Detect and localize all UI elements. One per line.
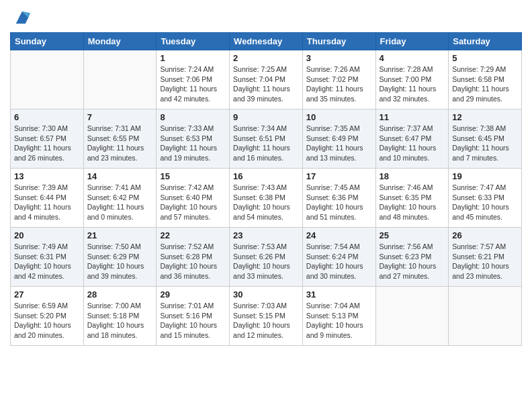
day-info: Sunrise: 7:24 AM Sunset: 7:06 PM Dayligh… bbox=[160, 64, 226, 104]
day-info: Sunrise: 7:47 AM Sunset: 6:33 PM Dayligh… bbox=[452, 183, 518, 222]
calendar-cell: 17Sunrise: 7:45 AM Sunset: 6:36 PM Dayli… bbox=[302, 169, 375, 228]
day-number: 25 bbox=[380, 230, 445, 240]
day-number: 3 bbox=[306, 53, 372, 63]
day-number: 19 bbox=[452, 171, 518, 181]
day-info: Sunrise: 7:41 AM Sunset: 6:42 PM Dayligh… bbox=[87, 183, 153, 222]
day-info: Sunrise: 7:28 AM Sunset: 7:00 PM Dayligh… bbox=[380, 64, 445, 104]
day-number: 23 bbox=[233, 230, 299, 240]
day-info: Sunrise: 7:31 AM Sunset: 6:55 PM Dayligh… bbox=[87, 124, 153, 163]
day-info: Sunrise: 7:46 AM Sunset: 6:35 PM Dayligh… bbox=[380, 183, 445, 222]
day-number: 13 bbox=[14, 171, 80, 181]
calendar-week-row: 6Sunrise: 7:30 AM Sunset: 6:57 PM Daylig… bbox=[11, 109, 522, 169]
day-number: 31 bbox=[306, 289, 372, 300]
calendar-cell: 18Sunrise: 7:46 AM Sunset: 6:35 PM Dayli… bbox=[375, 169, 449, 228]
calendar-header-row: SundayMondayTuesdayWednesdayThursdayFrid… bbox=[11, 33, 522, 50]
day-number: 9 bbox=[233, 112, 299, 122]
day-number: 27 bbox=[14, 289, 80, 300]
calendar-cell: 5Sunrise: 7:29 AM Sunset: 6:58 PM Daylig… bbox=[449, 50, 522, 109]
day-number: 6 bbox=[14, 112, 80, 122]
day-header-saturday: Saturday bbox=[449, 33, 522, 50]
day-header-thursday: Thursday bbox=[302, 33, 375, 50]
day-header-sunday: Sunday bbox=[11, 33, 84, 50]
calendar-cell bbox=[375, 287, 449, 346]
logo bbox=[10, 9, 32, 27]
header bbox=[10, 7, 522, 27]
calendar-cell: 6Sunrise: 7:30 AM Sunset: 6:57 PM Daylig… bbox=[11, 109, 84, 169]
calendar-week-row: 1Sunrise: 7:24 AM Sunset: 7:06 PM Daylig… bbox=[11, 50, 522, 109]
day-info: Sunrise: 7:45 AM Sunset: 6:36 PM Dayligh… bbox=[306, 183, 372, 222]
calendar-cell: 9Sunrise: 7:34 AM Sunset: 6:51 PM Daylig… bbox=[230, 109, 303, 169]
calendar-cell: 19Sunrise: 7:47 AM Sunset: 6:33 PM Dayli… bbox=[449, 169, 522, 228]
day-number: 24 bbox=[306, 230, 372, 240]
calendar-cell: 12Sunrise: 7:38 AM Sunset: 6:45 PM Dayli… bbox=[449, 109, 522, 169]
calendar-cell: 24Sunrise: 7:54 AM Sunset: 6:24 PM Dayli… bbox=[302, 228, 375, 287]
day-info: Sunrise: 7:35 AM Sunset: 6:49 PM Dayligh… bbox=[306, 124, 372, 163]
day-number: 17 bbox=[306, 171, 372, 181]
day-number: 7 bbox=[87, 112, 153, 122]
calendar-cell: 20Sunrise: 7:49 AM Sunset: 6:31 PM Dayli… bbox=[11, 228, 84, 287]
calendar-week-row: 20Sunrise: 7:49 AM Sunset: 6:31 PM Dayli… bbox=[11, 228, 522, 287]
calendar-page: SundayMondayTuesdayWednesdayThursdayFrid… bbox=[0, 0, 532, 411]
calendar-table: SundayMondayTuesdayWednesdayThursdayFrid… bbox=[10, 32, 522, 346]
calendar-cell: 11Sunrise: 7:37 AM Sunset: 6:47 PM Dayli… bbox=[375, 109, 449, 169]
day-info: Sunrise: 7:52 AM Sunset: 6:28 PM Dayligh… bbox=[160, 242, 226, 281]
calendar-cell: 14Sunrise: 7:41 AM Sunset: 6:42 PM Dayli… bbox=[83, 169, 157, 228]
day-info: Sunrise: 7:01 AM Sunset: 5:16 PM Dayligh… bbox=[160, 301, 226, 340]
day-header-monday: Monday bbox=[83, 33, 157, 50]
calendar-cell: 10Sunrise: 7:35 AM Sunset: 6:49 PM Dayli… bbox=[302, 109, 375, 169]
day-number: 11 bbox=[380, 112, 445, 122]
logo-icon bbox=[13, 8, 32, 27]
day-info: Sunrise: 7:04 AM Sunset: 5:13 PM Dayligh… bbox=[306, 301, 372, 340]
calendar-week-row: 27Sunrise: 6:59 AM Sunset: 5:20 PM Dayli… bbox=[11, 287, 522, 346]
calendar-cell: 13Sunrise: 7:39 AM Sunset: 6:44 PM Dayli… bbox=[11, 169, 84, 228]
day-number: 21 bbox=[87, 230, 153, 240]
calendar-cell: 3Sunrise: 7:26 AM Sunset: 7:02 PM Daylig… bbox=[302, 50, 375, 109]
calendar-cell: 2Sunrise: 7:25 AM Sunset: 7:04 PM Daylig… bbox=[230, 50, 303, 109]
day-info: Sunrise: 7:38 AM Sunset: 6:45 PM Dayligh… bbox=[452, 124, 518, 163]
day-number: 20 bbox=[14, 230, 80, 240]
day-info: Sunrise: 7:03 AM Sunset: 5:15 PM Dayligh… bbox=[233, 301, 299, 340]
day-info: Sunrise: 7:56 AM Sunset: 6:23 PM Dayligh… bbox=[380, 242, 445, 281]
calendar-cell bbox=[449, 287, 522, 346]
day-info: Sunrise: 7:37 AM Sunset: 6:47 PM Dayligh… bbox=[380, 124, 445, 163]
day-info: Sunrise: 7:53 AM Sunset: 6:26 PM Dayligh… bbox=[233, 242, 299, 281]
day-number: 30 bbox=[233, 289, 299, 300]
day-number: 28 bbox=[87, 289, 153, 300]
calendar-cell: 27Sunrise: 6:59 AM Sunset: 5:20 PM Dayli… bbox=[11, 287, 84, 346]
day-info: Sunrise: 7:30 AM Sunset: 6:57 PM Dayligh… bbox=[14, 124, 80, 163]
calendar-cell: 22Sunrise: 7:52 AM Sunset: 6:28 PM Dayli… bbox=[157, 228, 230, 287]
day-number: 26 bbox=[452, 230, 518, 240]
day-header-tuesday: Tuesday bbox=[157, 33, 230, 50]
calendar-cell: 1Sunrise: 7:24 AM Sunset: 7:06 PM Daylig… bbox=[157, 50, 230, 109]
calendar-cell: 7Sunrise: 7:31 AM Sunset: 6:55 PM Daylig… bbox=[83, 109, 157, 169]
calendar-cell: 4Sunrise: 7:28 AM Sunset: 7:00 PM Daylig… bbox=[375, 50, 449, 109]
day-number: 2 bbox=[233, 53, 299, 63]
day-info: Sunrise: 7:25 AM Sunset: 7:04 PM Dayligh… bbox=[233, 64, 299, 104]
calendar-cell: 23Sunrise: 7:53 AM Sunset: 6:26 PM Dayli… bbox=[230, 228, 303, 287]
day-info: Sunrise: 7:54 AM Sunset: 6:24 PM Dayligh… bbox=[306, 242, 372, 281]
day-header-wednesday: Wednesday bbox=[230, 33, 303, 50]
day-number: 12 bbox=[452, 112, 518, 122]
calendar-cell: 26Sunrise: 7:57 AM Sunset: 6:21 PM Dayli… bbox=[449, 228, 522, 287]
day-info: Sunrise: 7:57 AM Sunset: 6:21 PM Dayligh… bbox=[452, 242, 518, 281]
calendar-cell bbox=[11, 50, 84, 109]
calendar-cell: 16Sunrise: 7:43 AM Sunset: 6:38 PM Dayli… bbox=[230, 169, 303, 228]
day-info: Sunrise: 7:34 AM Sunset: 6:51 PM Dayligh… bbox=[233, 124, 299, 163]
day-info: Sunrise: 7:39 AM Sunset: 6:44 PM Dayligh… bbox=[14, 183, 80, 222]
day-info: Sunrise: 7:26 AM Sunset: 7:02 PM Dayligh… bbox=[306, 64, 372, 104]
day-header-friday: Friday bbox=[375, 33, 449, 50]
day-number: 4 bbox=[380, 53, 445, 63]
day-info: Sunrise: 7:29 AM Sunset: 6:58 PM Dayligh… bbox=[452, 64, 518, 104]
day-info: Sunrise: 7:00 AM Sunset: 5:18 PM Dayligh… bbox=[87, 301, 153, 340]
day-number: 8 bbox=[160, 112, 226, 122]
day-info: Sunrise: 7:33 AM Sunset: 6:53 PM Dayligh… bbox=[160, 124, 226, 163]
day-number: 14 bbox=[87, 171, 153, 181]
day-number: 15 bbox=[160, 171, 226, 181]
calendar-cell bbox=[83, 50, 157, 109]
calendar-cell: 8Sunrise: 7:33 AM Sunset: 6:53 PM Daylig… bbox=[157, 109, 230, 169]
calendar-cell: 28Sunrise: 7:00 AM Sunset: 5:18 PM Dayli… bbox=[83, 287, 157, 346]
day-info: Sunrise: 7:42 AM Sunset: 6:40 PM Dayligh… bbox=[160, 183, 226, 222]
day-info: Sunrise: 6:59 AM Sunset: 5:20 PM Dayligh… bbox=[14, 301, 80, 340]
day-number: 16 bbox=[233, 171, 299, 181]
day-number: 5 bbox=[452, 53, 518, 63]
